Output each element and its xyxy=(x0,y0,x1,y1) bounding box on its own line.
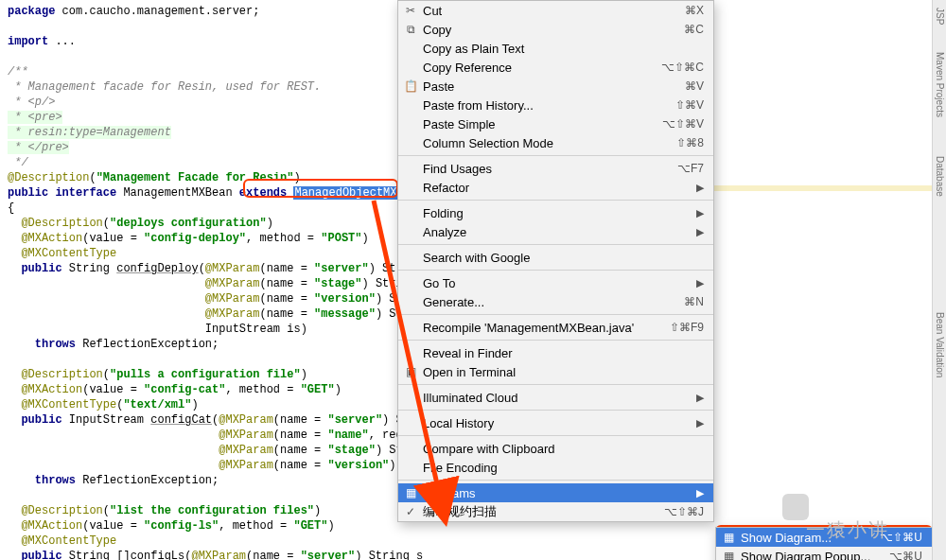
menu-item-shortcut: ⌘C xyxy=(684,23,704,36)
context-menu: ✂Cut⌘X⧉Copy⌘CCopy as Plain TextCopy Refe… xyxy=(397,0,714,522)
menu-item-generate[interactable]: Generate...⌘N xyxy=(398,292,713,311)
menu-separator xyxy=(398,340,713,341)
menu-item-column-selection-mode[interactable]: Column Selection Mode⇧⌘8 xyxy=(398,133,713,152)
menu-separator xyxy=(398,480,713,481)
menu-separator xyxy=(398,410,713,411)
menu-item-label: Paste xyxy=(423,79,685,94)
menu-item-label: Diagrams xyxy=(423,486,691,500)
menu-item-label: Paste Simple xyxy=(423,117,662,131)
watermark-icon xyxy=(782,494,809,520)
menu-item-shortcut: ⇧⌘V xyxy=(675,98,704,112)
menu-item-local-history[interactable]: Local History▶ xyxy=(398,413,713,432)
menu-separator xyxy=(398,314,713,315)
menu-item-label: Analyze xyxy=(423,225,691,239)
rail-tab-maven[interactable]: Maven Projects xyxy=(935,52,945,117)
menu-item-label: Paste from History... xyxy=(423,98,675,113)
menu-item-shortcut: ⌥⌘U xyxy=(889,550,922,560)
chevron-right-icon: ▶ xyxy=(696,226,704,238)
menu-item-shortcut: ⌘X xyxy=(685,4,704,17)
menu-item-copy-reference[interactable]: Copy Reference⌥⇧⌘C xyxy=(398,58,713,77)
menu-item-label: Reveal in Finder xyxy=(423,346,704,360)
rail-tab-bean[interactable]: Bean Validation xyxy=(935,312,945,377)
menu-item-icon: 📋 xyxy=(403,79,418,93)
menu-item-label: Cut xyxy=(423,4,685,18)
menu-item-file-encoding[interactable]: File Encoding xyxy=(398,458,713,477)
menu-item-icon: ⧉ xyxy=(403,23,418,36)
chevron-right-icon: ▶ xyxy=(696,277,704,289)
menu-item-illuminated-cloud[interactable]: Illuminated Cloud▶ xyxy=(398,388,713,407)
chevron-right-icon: ▶ xyxy=(696,417,704,429)
menu-item-refactor[interactable]: Refactor▶ xyxy=(398,178,713,197)
chevron-right-icon: ▶ xyxy=(696,207,704,219)
watermark-text: 一猿小讲 xyxy=(806,517,889,543)
menu-item-recompile-managementmxbean-java[interactable]: Recompile 'ManagementMXBean.java'⇧⌘F9 xyxy=(398,318,713,337)
menu-item-icon: ▦ xyxy=(721,531,736,544)
menu-item-label: Folding xyxy=(423,206,691,220)
menu-item-label: Local History xyxy=(423,416,691,430)
menu-item-shortcut: ⌥⇧⌘C xyxy=(661,61,704,74)
menu-item-label: Recompile 'ManagementMXBean.java' xyxy=(423,321,670,335)
chevron-right-icon: ▶ xyxy=(696,392,704,404)
menu-item-open-in-terminal[interactable]: ▣Open in Terminal xyxy=(398,362,713,381)
right-tool-rail[interactable]: JSP Maven Projects Database Bean Validat… xyxy=(932,0,946,560)
menu-item-copy-as-plain-text[interactable]: Copy as Plain Text xyxy=(398,39,713,58)
menu-item-shortcut: ⌥⇧⌘J xyxy=(664,505,704,518)
menu-item-label: Go To xyxy=(423,276,691,290)
menu-separator xyxy=(398,384,713,385)
menu-item-icon: ✓ xyxy=(403,505,418,518)
menu-item-shortcut: ⇧⌘F9 xyxy=(670,321,704,334)
menu-item-folding[interactable]: Folding▶ xyxy=(398,203,713,222)
menu-item-label: 编码规约扫描 xyxy=(423,503,664,520)
menu-item-label: Search with Google xyxy=(423,251,704,265)
menu-item-copy[interactable]: ⧉Copy⌘C xyxy=(398,20,713,39)
menu-item-label: Show Diagram Popup... xyxy=(741,550,889,561)
menu-item-label: Find Usages xyxy=(423,162,677,176)
menu-item-diagrams[interactable]: ▦Diagrams▶ xyxy=(398,483,713,502)
menu-item-reveal-in-finder[interactable]: Reveal in Finder xyxy=(398,343,713,362)
menu-item-label: Copy as Plain Text xyxy=(423,42,704,56)
menu-item-label: Refactor xyxy=(423,181,691,195)
menu-item-icon: ▦ xyxy=(403,486,418,499)
menu-item-label: Generate... xyxy=(423,295,684,309)
menu-item-compare-with-clipboard[interactable]: Compare with Clipboard xyxy=(398,439,713,458)
menu-item-show-diagram-popup[interactable]: ▦Show Diagram Popup...⌥⌘U xyxy=(716,547,932,560)
chevron-right-icon: ▶ xyxy=(696,487,704,499)
menu-separator xyxy=(398,244,713,245)
menu-item-paste[interactable]: 📋Paste⌘V xyxy=(398,77,713,96)
menu-item-paste-from-history[interactable]: Paste from History...⇧⌘V xyxy=(398,96,713,114)
menu-item-analyze[interactable]: Analyze▶ xyxy=(398,222,713,241)
menu-item-label: File Encoding xyxy=(423,461,704,475)
menu-item-label: Illuminated Cloud xyxy=(423,391,691,405)
menu-item-shortcut: ⌥⇧⌘V xyxy=(662,117,704,131)
menu-item-shortcut: ⇧⌘8 xyxy=(676,136,704,149)
menu-item-label: Open in Terminal xyxy=(423,365,704,379)
rail-tab-jsp[interactable]: JSP xyxy=(935,8,945,25)
menu-separator xyxy=(398,200,713,201)
menu-item-label: Copy Reference xyxy=(423,61,661,75)
menu-item-icon: ✂ xyxy=(403,4,418,17)
menu-item-icon: ▣ xyxy=(403,365,418,378)
menu-item-go-to[interactable]: Go To▶ xyxy=(398,273,713,292)
menu-item-cut[interactable]: ✂Cut⌘X xyxy=(398,1,713,20)
menu-separator xyxy=(398,435,713,436)
menu-item-label: Compare with Clipboard xyxy=(423,442,704,456)
menu-item-icon: ▦ xyxy=(721,550,736,560)
menu-item-search-with-google[interactable]: Search with Google xyxy=(398,248,713,267)
menu-separator xyxy=(398,270,713,271)
chevron-right-icon: ▶ xyxy=(696,182,704,194)
rail-tab-database[interactable]: Database xyxy=(935,156,945,197)
menu-item-label: Copy xyxy=(423,23,684,37)
menu-item-shortcut: ⌘N xyxy=(684,295,704,308)
menu-item-shortcut: ⌥F7 xyxy=(677,162,704,175)
menu-item-shortcut: ⌘V xyxy=(685,79,704,93)
menu-separator xyxy=(398,155,713,156)
menu-item-find-usages[interactable]: Find Usages⌥F7 xyxy=(398,159,713,178)
menu-item-[interactable]: ✓编码规约扫描⌥⇧⌘J xyxy=(398,502,713,521)
menu-item-label: Column Selection Mode xyxy=(423,136,676,150)
menu-item-paste-simple[interactable]: Paste Simple⌥⇧⌘V xyxy=(398,114,713,133)
